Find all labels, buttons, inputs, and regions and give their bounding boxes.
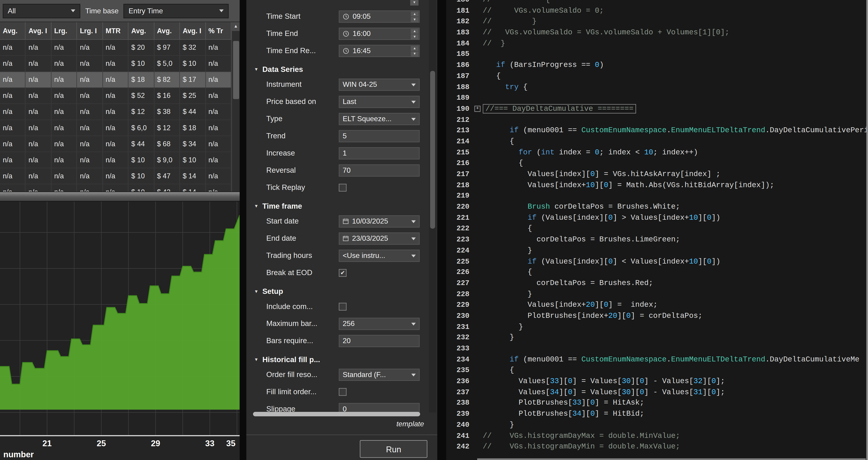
- text-input[interactable]: 70: [339, 164, 420, 176]
- column-header[interactable]: Avg. I: [180, 22, 206, 39]
- template-link[interactable]: template: [397, 420, 424, 428]
- table-row[interactable]: n/an/an/an/an/a$ 20$ 97$ 32n/a: [0, 40, 231, 56]
- time-input[interactable]: 16:00▲▼: [339, 27, 420, 39]
- field-control: Standard (F...: [339, 368, 420, 381]
- column-header[interactable]: Lrg.: [51, 22, 77, 39]
- line-number: 188: [446, 82, 474, 92]
- fold-column: [474, 60, 483, 71]
- section-label: Setup: [262, 287, 283, 296]
- clock-icon: [343, 30, 349, 37]
- table-row[interactable]: n/an/an/an/an/a$ 10$ 9,0$ 10n/a: [0, 152, 231, 168]
- table-row[interactable]: n/an/an/an/an/a$ 6,0$ 12$ 18n/a: [0, 120, 231, 136]
- scroll-up-icon[interactable]: ▲: [232, 22, 240, 31]
- fold-column: [474, 27, 483, 38]
- table-scrollbar[interactable]: ▲: [231, 22, 240, 191]
- table-row[interactable]: n/an/an/an/an/a$ 12$ 38$ 44n/a: [0, 104, 231, 120]
- line-number: 239: [446, 409, 474, 420]
- table-cell: n/a: [103, 40, 129, 55]
- dropdown[interactable]: WIN 04-25: [339, 79, 420, 91]
- time-input[interactable]: 16:45▲▼: [339, 44, 420, 57]
- table-row[interactable]: n/an/an/an/an/a$ 10$ 42$ 14n/a: [0, 184, 231, 192]
- spinner[interactable]: ▲▼: [411, 11, 418, 21]
- code-line: 223 corDeltaPos = Brushes.LimeGreen;: [446, 234, 868, 245]
- spinner[interactable]: ▲▼: [411, 45, 418, 56]
- dropdown[interactable]: Standard (F...: [339, 368, 420, 381]
- spinner[interactable]: ▲▼: [411, 29, 418, 38]
- table-cell: n/a: [77, 104, 103, 120]
- checkbox[interactable]: [339, 184, 346, 191]
- time-base-dropdown[interactable]: Entry Time: [124, 4, 229, 18]
- column-header[interactable]: MTR: [103, 22, 129, 39]
- table-row[interactable]: n/an/an/an/an/a$ 44$ 68$ 34n/a: [0, 136, 231, 152]
- spinner-down-icon[interactable]: ▼: [411, 51, 418, 56]
- x-tick-label: 33: [205, 438, 215, 448]
- text-input[interactable]: 0: [339, 403, 420, 412]
- line-number: 213: [446, 125, 474, 136]
- settings-hscrollbar-thumb[interactable]: [253, 412, 420, 417]
- spinner-down-icon[interactable]: ▼: [411, 17, 418, 22]
- run-button[interactable]: Run: [360, 440, 428, 458]
- table-row[interactable]: n/an/an/an/an/a$ 18$ 82$ 17n/a: [0, 72, 231, 88]
- table-scrollbar-thumb[interactable]: [233, 41, 239, 99]
- ninjascript-editor[interactable]: 180// {181// VGs.volumeSaldo = 0;182// }…: [446, 0, 868, 460]
- date-input[interactable]: 23/03/2025: [339, 232, 420, 244]
- spinner-up-icon[interactable]: ▲: [411, 45, 418, 51]
- text-input[interactable]: 1: [339, 147, 420, 159]
- results-table-body: n/an/an/an/an/a$ 20$ 97$ 32n/an/an/an/an…: [0, 40, 231, 191]
- column-header[interactable]: Avg.: [154, 22, 180, 39]
- table-cell: n/a: [51, 152, 77, 168]
- dropdown[interactable]: ELT Squeeze...: [339, 113, 420, 125]
- field-label: Trading hours: [266, 251, 337, 260]
- table-cell: $ 38: [154, 104, 180, 120]
- settings-scrollbar[interactable]: [429, 0, 436, 412]
- line-number: 214: [446, 136, 474, 147]
- settings-scrollbar-thumb[interactable]: [430, 71, 435, 228]
- field-value: 70: [343, 166, 350, 175]
- column-header[interactable]: Lrg. I: [77, 22, 103, 39]
- spinner-down-icon[interactable]: ▼: [411, 34, 418, 39]
- field-value: <Use instru...: [343, 251, 385, 260]
- checkbox[interactable]: [339, 388, 346, 396]
- table-cell: n/a: [77, 56, 103, 71]
- collapse-icon[interactable]: ▼: [254, 357, 258, 362]
- collapse-icon[interactable]: ▼: [254, 289, 258, 294]
- panel-splitter[interactable]: [0, 191, 240, 202]
- fold-column: [474, 430, 483, 441]
- dropdown[interactable]: 256: [339, 317, 420, 330]
- spinner-down-icon[interactable]: ▼: [410, 0, 418, 5]
- table-row[interactable]: n/an/an/an/an/a$ 10$ 47$ 14n/a: [0, 168, 231, 184]
- line-number: 190: [446, 103, 474, 114]
- dropdown[interactable]: Last: [339, 95, 420, 108]
- table-row[interactable]: n/an/an/an/an/a$ 10$ 5,0$ 10n/a: [0, 56, 231, 72]
- field-label: Bars require...: [266, 337, 337, 345]
- fold-column: [474, 267, 483, 278]
- checkbox[interactable]: ✔: [339, 269, 346, 276]
- column-header[interactable]: Avg.: [129, 22, 154, 39]
- column-header[interactable]: % Tr: [206, 22, 231, 39]
- date-input[interactable]: 10/03/2025: [339, 215, 420, 227]
- fold-expand-icon[interactable]: +: [474, 105, 480, 112]
- dropdown[interactable]: <Use instru...: [339, 249, 420, 262]
- column-header[interactable]: Avg.: [0, 22, 26, 39]
- editor-hscrollbar[interactable]: [477, 458, 866, 460]
- text-input[interactable]: 20: [339, 335, 420, 347]
- fold-column: [474, 125, 483, 136]
- collapse-icon[interactable]: ▼: [254, 67, 258, 72]
- column-header[interactable]: Avg. I: [26, 22, 52, 39]
- clipped-spinner[interactable]: ▲ ▼: [410, 0, 418, 5]
- filter-dropdown[interactable]: All: [3, 4, 80, 18]
- collapsed-region-box[interactable]: //=== DayDeltaCumulative ========: [483, 104, 636, 114]
- results-table-header: Avg.Avg. ILrg.Lrg. IMTRAvg.Avg.Avg. I% T…: [0, 22, 231, 40]
- text-input[interactable]: 5: [339, 130, 420, 142]
- checkbox[interactable]: [339, 302, 346, 310]
- line-number: 238: [446, 398, 474, 408]
- field-include-com: Include com...: [246, 298, 428, 315]
- spinner-up-icon[interactable]: ▲: [411, 11, 418, 16]
- table-row[interactable]: n/an/an/an/an/a$ 52$ 16$ 25n/a: [0, 88, 231, 104]
- code-text: // VGs.histogramDayMax = double.MinValue…: [483, 430, 868, 441]
- collapse-icon[interactable]: ▼: [254, 204, 258, 208]
- spinner-up-icon[interactable]: ▲: [411, 29, 418, 33]
- editor-scrollbar[interactable]: [866, 0, 868, 460]
- field-end-date: End date23/03/2025: [246, 229, 428, 247]
- time-input[interactable]: 09:05▲▼: [339, 10, 420, 22]
